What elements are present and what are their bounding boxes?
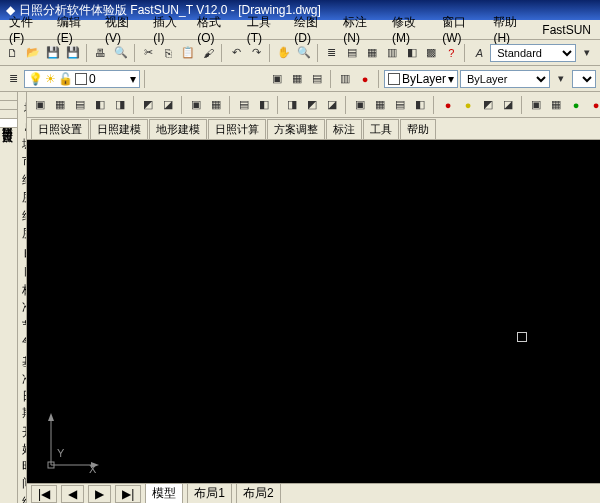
design-icon[interactable]: ▦	[363, 44, 381, 62]
tab-terrain-model[interactable]: 地形建模	[149, 119, 207, 139]
pan-icon[interactable]: ✋	[275, 44, 293, 62]
mt-icon[interactable]: ▤	[391, 96, 409, 114]
main-toolbar-1: ▣ ▦ ▤ ◧ ◨ ◩ ◪ ▣ ▦ ▤ ◧ ◨ ◩ ◪ ▣ ▦	[27, 92, 600, 118]
mt-icon[interactable]: ◧	[411, 96, 429, 114]
undo-icon[interactable]: ↶	[227, 44, 245, 62]
menu-view[interactable]: 视图(V)	[100, 12, 146, 47]
tab-layout1[interactable]: 布局1	[187, 483, 232, 503]
mt-icon[interactable]: ◩	[479, 96, 497, 114]
mt-icon[interactable]: ◧	[255, 96, 273, 114]
mt-icon[interactable]: ▦	[371, 96, 389, 114]
nav-last-button[interactable]: ▶|	[115, 485, 141, 503]
mt-icon[interactable]: ◨	[111, 96, 129, 114]
mt-icon[interactable]: ▣	[351, 96, 369, 114]
style-combo[interactable]: Standard	[490, 44, 576, 62]
chevron-down-icon[interactable]: ▾	[552, 70, 570, 88]
tab-sun-settings[interactable]: 日照设置	[31, 119, 89, 139]
menu-draw[interactable]: 绘图(D)	[289, 12, 336, 47]
mt-icon[interactable]: ◨	[283, 96, 301, 114]
tab-sun-calc[interactable]: 日照计算	[208, 119, 266, 139]
chevron-down-icon: ▾	[130, 72, 136, 86]
mt-yellow-icon[interactable]: ●	[459, 96, 477, 114]
left-vertical-tabs: 日照计算 日照分析 日照建模 日照设置	[0, 92, 18, 503]
layer-tool2-icon[interactable]: ▦	[288, 70, 306, 88]
save-icon[interactable]: 💾	[44, 44, 62, 62]
mt-icon[interactable]: ◪	[499, 96, 517, 114]
tab-plan-adjust[interactable]: 方案调整	[267, 119, 325, 139]
menu-dim[interactable]: 标注(N)	[338, 12, 385, 47]
open-icon[interactable]: 📂	[24, 44, 42, 62]
drawing-viewport[interactable]: Y X	[27, 140, 600, 483]
nav-first-button[interactable]: |◀	[31, 485, 57, 503]
menu-tools[interactable]: 工具(T)	[242, 12, 288, 47]
layer-name: 0	[89, 72, 96, 86]
layout-tabs: |◀ ◀ ▶ ▶| 模型 布局1 布局2	[27, 483, 600, 503]
menu-help[interactable]: 帮助(H)	[488, 12, 535, 47]
chevron-down-icon[interactable]: ▾	[578, 44, 596, 62]
menu-file[interactable]: 文件(F)	[4, 12, 50, 47]
saveas-icon[interactable]: 💾	[64, 44, 82, 62]
preview-icon[interactable]: 🔍	[112, 44, 130, 62]
layer-state-combo[interactable]: 💡 ☀ 🔓 0 ▾	[24, 70, 140, 88]
tool1-icon[interactable]: ▥	[383, 44, 401, 62]
tab-tools[interactable]: 工具	[363, 119, 399, 139]
lineweight-combo[interactable]: B	[572, 70, 596, 88]
menu-edit[interactable]: 编辑(E)	[52, 12, 98, 47]
tab-model[interactable]: 模型	[145, 483, 183, 503]
textstyle-icon[interactable]: A	[470, 44, 488, 62]
menu-format[interactable]: 格式(O)	[192, 12, 239, 47]
layer-tool4-icon[interactable]: ▥	[336, 70, 354, 88]
plot-icon[interactable]: 🖶	[92, 44, 110, 62]
menu-fastsun[interactable]: FastSUN	[537, 21, 596, 39]
mt-icon[interactable]: ▤	[235, 96, 253, 114]
cut-icon[interactable]: ✂	[140, 44, 158, 62]
vtab-settings[interactable]: 日照设置	[0, 119, 17, 128]
zoom-icon[interactable]: 🔍	[295, 44, 313, 62]
linetype-combo[interactable]: ByLayer	[460, 70, 550, 88]
nav-next-button[interactable]: ▶	[88, 485, 111, 503]
sun-icon: ☀	[45, 72, 56, 86]
calc-icon[interactable]: ▩	[423, 44, 441, 62]
layer-icon[interactable]: ≣	[323, 44, 341, 62]
vtab-calc[interactable]: 日照计算	[0, 92, 17, 101]
menu-insert[interactable]: 插入(I)	[148, 12, 190, 47]
mt-icon[interactable]: ▣	[527, 96, 545, 114]
color-combo[interactable]: ByLayer ▾	[384, 70, 458, 88]
tab-layout2[interactable]: 布局2	[236, 483, 281, 503]
tab-help[interactable]: 帮助	[400, 119, 436, 139]
paste-icon[interactable]: 📋	[179, 44, 197, 62]
vtab-analysis[interactable]: 日照分析	[0, 101, 17, 110]
copy-icon[interactable]: ⎘	[159, 44, 177, 62]
layers-icon[interactable]: ≣	[4, 70, 22, 88]
redo-icon[interactable]: ↷	[247, 44, 265, 62]
close-icon[interactable]: ●	[356, 70, 374, 88]
mt-icon[interactable]: ▤	[71, 96, 89, 114]
tab-sun-model[interactable]: 日照建模	[90, 119, 148, 139]
mt-icon[interactable]: ◩	[303, 96, 321, 114]
match-icon[interactable]: 🖌	[199, 44, 217, 62]
menu-modify[interactable]: 修改(M)	[387, 12, 435, 47]
new-icon[interactable]: 🗋	[4, 44, 22, 62]
help-icon[interactable]: ?	[442, 44, 460, 62]
layer-tool3-icon[interactable]: ▤	[308, 70, 326, 88]
mt-red-icon[interactable]: ●	[587, 96, 600, 114]
layer-tool1-icon[interactable]: ▣	[268, 70, 286, 88]
menu-window[interactable]: 窗口(W)	[437, 12, 486, 47]
mt-icon[interactable]: ▣	[187, 96, 205, 114]
mt-icon[interactable]: ◩	[139, 96, 157, 114]
nav-prev-button[interactable]: ◀	[61, 485, 84, 503]
mt-icon[interactable]: ▦	[207, 96, 225, 114]
mt-icon[interactable]: ◪	[323, 96, 341, 114]
tab-annot[interactable]: 标注	[326, 119, 362, 139]
mt-icon[interactable]: ▦	[547, 96, 565, 114]
mt-icon[interactable]: ◧	[91, 96, 109, 114]
tool2-icon[interactable]: ◧	[403, 44, 421, 62]
mt-icon[interactable]: ▦	[51, 96, 69, 114]
mt-icon[interactable]: ▣	[31, 96, 49, 114]
prop-icon[interactable]: ▤	[343, 44, 361, 62]
mt-red-icon[interactable]: ●	[439, 96, 457, 114]
vtab-model[interactable]: 日照建模	[0, 110, 17, 119]
mt-icon[interactable]: ◪	[159, 96, 177, 114]
mt-green-icon[interactable]: ●	[567, 96, 585, 114]
sidebar-panel: 地点 城市: 选择 经度: 解锁 纬度: 时间 标准: 国家标准 (大寒2小时)…	[18, 92, 27, 503]
